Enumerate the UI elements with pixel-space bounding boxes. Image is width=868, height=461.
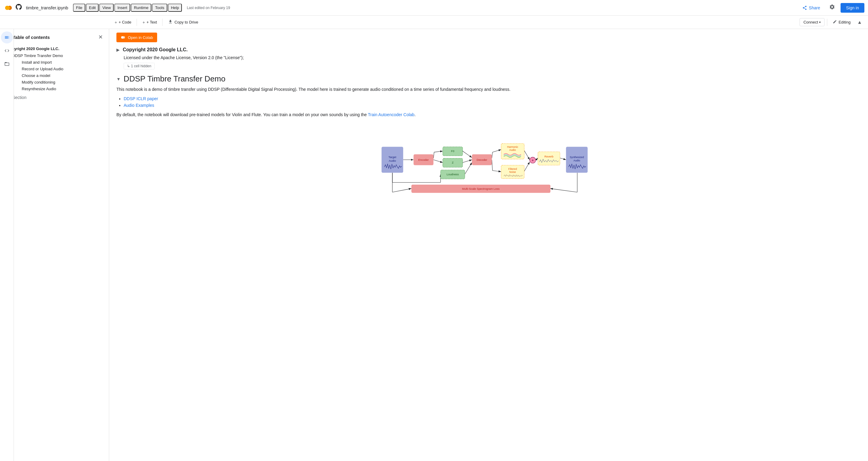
toolbar-separator-1 — [136, 19, 137, 26]
toc-item-demo[interactable]: DDSP Timbre Transfer Demo — [5, 52, 106, 59]
toc-item-choose-model[interactable]: Choose a model — [5, 72, 106, 79]
svg-line-26 — [392, 189, 411, 192]
menu-edit[interactable]: Edit — [86, 4, 99, 12]
menu-help[interactable]: Help — [168, 4, 182, 12]
svg-line-15 — [463, 160, 472, 162]
settings-button[interactable] — [827, 2, 837, 13]
svg-line-24 — [560, 158, 566, 160]
sidebar-header: Table of contents ✕ — [0, 29, 109, 45]
svg-text:Audio: Audio — [574, 159, 580, 162]
toc-sidebar-icon[interactable] — [1, 31, 13, 43]
demo-heading: DDSP Timbre Transfer Demo — [124, 74, 226, 84]
svg-text:+: + — [532, 158, 534, 162]
menu-file[interactable]: File — [73, 4, 85, 12]
svg-line-18 — [493, 150, 501, 152]
open-in-colab-button[interactable]: Open in Colab — [116, 33, 157, 42]
ddsp-paper-link[interactable]: DDSP ICLR paper — [124, 96, 158, 101]
copyright-heading: Copyright 2020 Google LLC. — [123, 47, 188, 53]
pencil-icon — [833, 20, 837, 25]
sidebar: Table of contents ✕ Copyright 2020 Googl… — [0, 29, 109, 461]
copy-to-drive-button[interactable]: Copy to Drive — [165, 18, 201, 27]
svg-text:Audio: Audio — [509, 148, 516, 151]
signin-button[interactable]: Sign in — [841, 3, 864, 13]
github-icon — [16, 4, 22, 11]
last-edited: Last edited on February 19 — [187, 6, 230, 10]
svg-point-2 — [7, 6, 10, 9]
toc-label-demo: DDSP Timbre Transfer Demo — [12, 53, 63, 58]
svg-line-21 — [524, 151, 530, 160]
menu-bar: File Edit View Insert Runtime Tools Help — [73, 4, 182, 12]
add-code-button[interactable]: + + Code — [112, 19, 134, 26]
svg-text:Reverb: Reverb — [545, 155, 553, 158]
toc-item-install[interactable]: Install and Import — [5, 59, 106, 65]
add-section-label: Section — [12, 95, 27, 100]
add-text-button[interactable]: + + Text — [140, 19, 160, 26]
menu-insert[interactable]: Insert — [114, 4, 130, 12]
svg-text:Decoder: Decoder — [476, 158, 487, 161]
svg-text:Noise: Noise — [509, 171, 516, 174]
toc-item-modify[interactable]: Modify conditioning — [5, 79, 106, 85]
colab-logo — [4, 3, 13, 13]
main-layout: Table of contents ✕ Copyright 2020 Googl… — [0, 29, 868, 461]
svg-line-22 — [524, 162, 530, 172]
expand-copyright-arrow[interactable]: ▶ — [116, 48, 120, 52]
toc-item-record[interactable]: Record or Upload Audio — [5, 65, 106, 72]
audio-examples-link[interactable]: Audio Examples — [124, 103, 154, 108]
colab-btn-icon — [121, 35, 125, 40]
menu-tools[interactable]: Tools — [152, 4, 167, 12]
connect-button[interactable]: Connect ▾ — [800, 18, 825, 26]
folder-sidebar-icon[interactable] — [1, 58, 13, 70]
toc-label-resynthesize: Resynthesize Audio — [22, 87, 56, 91]
svg-line-8 — [433, 152, 434, 158]
toc-label-copyright: Copyright 2020 Google LLC. — [7, 47, 59, 51]
notebook-title[interactable]: timbre_transfer.ipynb — [26, 5, 68, 10]
plus-code-icon: + — [115, 20, 117, 25]
reverb-node — [538, 152, 560, 165]
toc-item-resynthesize[interactable]: Resynthesize Audio — [5, 85, 106, 92]
toc-label-modify: Modify conditioning — [22, 80, 55, 85]
copyright-cell: ▶ Copyright 2020 Google LLC. Licensed un… — [109, 46, 868, 70]
train-autoencoder-link[interactable]: Train Autoencoder Colab — [368, 112, 414, 117]
svg-text:Multi-Scale Spectrogram Loss: Multi-Scale Spectrogram Loss — [462, 187, 500, 190]
toc-label-install: Install and Import — [22, 60, 52, 65]
collapse-demo-arrow[interactable]: ▼ — [116, 76, 121, 82]
license-text: Licensed under the Apache License, Versi… — [124, 54, 861, 61]
demo-section: ▼ DDSP Timbre Transfer Demo This noteboo… — [109, 73, 868, 216]
content-area: Open in Colab ▶ Copyright 2020 Google LL… — [109, 29, 868, 461]
add-section-button[interactable]: ⊞ Section — [5, 93, 106, 101]
architecture-diagram: Target Audio Encoder F0 Z Loudness — [116, 124, 861, 209]
toolbar-separator-3 — [827, 19, 827, 26]
collapse-toolbar-button[interactable]: ▲ — [856, 19, 863, 26]
svg-line-16 — [465, 163, 472, 174]
topbar: timbre_transfer.ipynb File Edit View Ins… — [0, 0, 868, 16]
cell-hidden-label[interactable]: ↳ 1 cell hidden — [124, 63, 155, 69]
drive-icon — [168, 19, 173, 25]
svg-point-4 — [122, 36, 125, 39]
svg-text:Z: Z — [452, 161, 454, 164]
code-sidebar-icon[interactable] — [1, 45, 13, 57]
gear-icon — [829, 4, 835, 10]
toc-item-copyright[interactable]: Copyright 2020 Google LLC. — [5, 45, 106, 52]
editing-button[interactable]: Editing — [830, 18, 854, 26]
toc-label-record: Record or Upload Audio — [22, 67, 63, 71]
sidebar-title: Table of contents — [13, 35, 95, 40]
svg-line-23 — [536, 158, 538, 160]
svg-text:Encoder: Encoder — [418, 158, 429, 161]
svg-line-19 — [492, 160, 493, 171]
menu-runtime[interactable]: Runtime — [131, 4, 151, 12]
demo-paragraph-1: This notebook is a demo of timbre transf… — [116, 86, 861, 93]
svg-text:Loudness: Loudness — [447, 173, 459, 176]
menu-view[interactable]: View — [99, 4, 114, 12]
demo-paragraph-2: By default, the notebook will download p… — [116, 111, 861, 118]
chevron-down-icon: ▾ — [819, 21, 820, 24]
svg-line-28 — [550, 189, 577, 192]
close-sidebar-button[interactable]: ✕ — [97, 33, 104, 42]
share-button[interactable]: Share — [799, 4, 824, 12]
plus-text-icon: + — [142, 20, 145, 25]
svg-text:Synthesized: Synthesized — [570, 156, 584, 159]
svg-text:F0: F0 — [451, 150, 455, 153]
toolbar: + + Code + + Text Copy to Drive Connect … — [0, 16, 868, 29]
svg-text:Target: Target — [389, 156, 396, 159]
toc-content: Copyright 2020 Google LLC. DDSP Timbre T… — [0, 45, 109, 461]
share-icon — [802, 5, 807, 10]
